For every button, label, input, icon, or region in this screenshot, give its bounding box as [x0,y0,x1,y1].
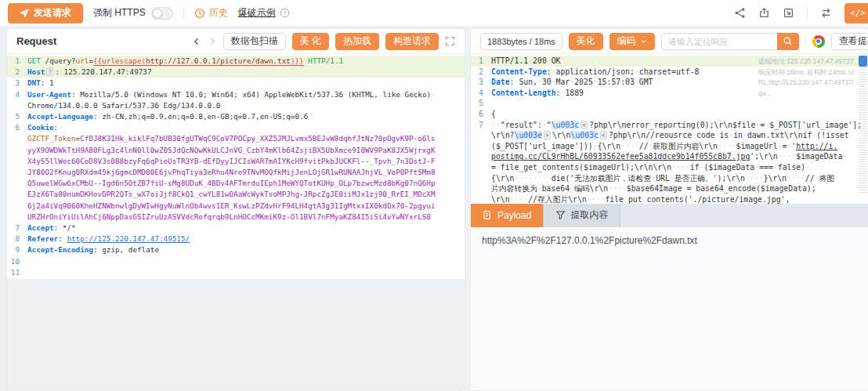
search-button[interactable] [777,33,799,50]
send-request-button[interactable]: 发送请求 [8,3,83,24]
toggle-knob [153,9,162,18]
code-line: 11 [7,267,465,278]
export-icon[interactable] [758,7,770,19]
chrome-browser-icon[interactable] [812,35,825,48]
response-editor[interactable]: 1HTTP/1.1·200·OK2Content-Type:·applicati… [471,54,868,204]
encode-label: 编码 [617,34,636,48]
history-label: 历史 [209,6,228,20]
code-line: Q5uwelWGw6xCMbU--Igd6n5OtZB7fiU-sMg8UDuK… [7,178,465,189]
code-line: JY80O2fKnug0RXdm45kj6gmcDMD00E6jvPhqTiya… [7,167,465,178]
code-line: 6{ [471,109,868,120]
top-toolbar: 发送请求 强制 HTTPS 历史 爆破示例 ? </> [0,0,868,26]
editor-minimap[interactable] [859,67,867,193]
chevron-down-icon [640,38,647,45]
code-line: 10 [7,256,465,267]
code-line: 7··"result":·"\u003c<?php\r\nerror_repor… [471,120,868,131]
code-line: yyX9OWDWkTtH9A80FLg3c4lnN0ll0wZ0SJdQcNQw… [7,145,465,156]
code-line: 9Accept-Encoding:·gzip,·deflate [7,244,465,255]
svg-text:?: ? [283,9,286,16]
code-line: 3DNT:·1 [7,78,465,89]
send-icon [20,8,30,18]
code-line: ($_POST['url_image']))·{\r\n····//·获取图片内… [471,141,868,152]
history-button[interactable]: 历史 [194,6,228,20]
toolbar-divider [807,8,808,19]
toolbar-right-icons: </> [734,3,860,24]
code-line: 5Accept-Language:·zh-CN,zh;q=0.9,en;q=0.… [7,111,465,122]
code-line: 7Accept:·*/* [7,223,465,234]
extract-tab-label: 提取内容 [570,208,608,222]
beautify-response-button[interactable]: 美化 [569,33,603,50]
request-editor[interactable]: 1GET·/query?url={{urlescape(http://127.0… [7,54,465,390]
force-https-group: 强制 HTTPS [93,6,173,20]
tab-payload[interactable]: Payload [471,204,543,227]
payload-icon [483,210,493,220]
response-panel-header: 1883bytes / 18ms 美化 编码 查看提取结果 详 [471,29,868,54]
funnel-icon [555,210,566,220]
request-panel-title: Request [16,35,56,47]
request-editor-lines: 1GET·/query?url={{urlescape(http://127.0… [7,56,465,278]
code-button-label: </> [850,8,866,18]
locate-response-search [661,33,799,50]
tabbar-spacer [620,204,868,227]
encode-dropdown-button[interactable]: 编码 [609,33,655,50]
code-line: {\r\n········die('无法加载图片，请检查·URL·是否正确。')… [471,173,868,184]
view-extract-result-button[interactable]: 查看提取结果 [831,33,868,50]
request-panel-header: Request 数据包扫描 美 化 热加载 构造请求 [7,29,465,54]
swap-icon[interactable] [820,7,832,19]
import-icon[interactable] [783,7,794,19]
packet-scan-button[interactable]: 数据包扫描 [223,33,286,50]
tab-extract-content[interactable]: 提取内容 [543,204,620,227]
response-bottom-tabbar: Payload 提取内容 [471,204,868,227]
construct-request-button[interactable]: 构造请求 [385,33,439,50]
code-line: GZCTF_Token=CfDJ8K31Hk_kiklFq7bUB30fgUTW… [7,133,465,144]
code-line: 6Cookie:· [7,122,465,133]
code-line: 5 [471,98,868,109]
next-packet-chevron-icon[interactable] [208,37,217,46]
payload-value: http%3A%2F%2F127.0.0.1%2Fpicture%2Fdawn.… [482,235,697,246]
send-request-label: 发送请求 [34,6,71,20]
code-line: Chrome/134.0.0.0·Safari/537.36·Edg/134.0… [7,100,465,111]
code-line: 1GET·/query?url={{urlescape(http://127.0… [7,56,465,67]
blast-example-label: 爆破示例 [238,6,276,20]
code-line: 2Host?:·125.220.147.47:49737 [7,67,465,78]
code-line: =·file_get_contents($imageUrl);\r\n\r\n·… [471,162,868,173]
beautify-request-button[interactable]: 美 化 [292,33,329,50]
request-panel: Request 数据包扫描 美 化 热加载 构造请求 1GET·/query?u… [6,28,465,391]
toolbar-divider [183,8,184,19]
force-https-toggle[interactable] [151,7,173,20]
hot-reload-button[interactable]: 热加载 [335,33,379,50]
code-line: postimg.cc/CL9rHhBL/60933562efee5a81ddce… [471,151,868,162]
minimap-highlight-badge[interactable] [859,56,867,67]
code-line: X4yS5llWec60CoD8V3s0B8bzyFq6qPieUsTR3YB-… [7,156,465,167]
search-icon [783,36,793,46]
help-icon[interactable]: ? [280,8,290,18]
header-divider [805,36,806,47]
share-icon[interactable] [734,7,746,19]
code-line: 片内容转换为·base64·编码\r\n····$base64Image·=·b… [471,183,868,194]
code-line: URZHrOniYiUilAhCj6NppDasGSIZruUzASVVdcRo… [7,212,465,223]
payload-content: http%3A%2F%2F127.0.0.1%2Fpicture%2Fdawn.… [471,227,868,391]
fullscreen-icon[interactable] [445,36,455,46]
response-panel: 1883bytes / 18ms 美化 编码 查看提取结果 详 1HTTP/1.… [470,28,868,391]
payload-tab-label: Payload [497,210,531,221]
code-line: \r\n····//存入图片\r\n····file_put_contents(… [471,194,868,204]
response-size-time-badge: 1883bytes / 18ms [480,33,562,50]
code-line: E3zX6Ta80numDKHovDPR2QTs_wX7oiJjf8CkQ1_c… [7,189,465,200]
code-line: 8Referer:·http://125.220.147.47:49515/ [7,234,465,244]
blast-example-link[interactable]: 爆破示例 ? [238,6,290,20]
clock-icon [194,8,205,19]
response-meta-annotation: 远端地址:125.220.147.47:49737; 响应时间:18ms; 总耗… [758,56,855,99]
code-line: \r\n?\u003e>\r\n\u003c<?php\r\n//reousrc… [471,130,868,141]
locate-response-input[interactable] [661,33,777,50]
prev-packet-chevron-icon[interactable] [192,37,201,46]
code-line: 6j2a4iVq9060KheHZNWbnwlgDyWIwHgyNuWlnOb4… [7,201,465,212]
code-view-button[interactable]: </> [844,3,868,24]
code-line: 4User-Agent:·Mozilla/5.0·(Windows·NT·10.… [7,89,465,100]
force-https-label: 强制 HTTPS [93,6,146,20]
request-editor-empty-area [7,279,465,390]
